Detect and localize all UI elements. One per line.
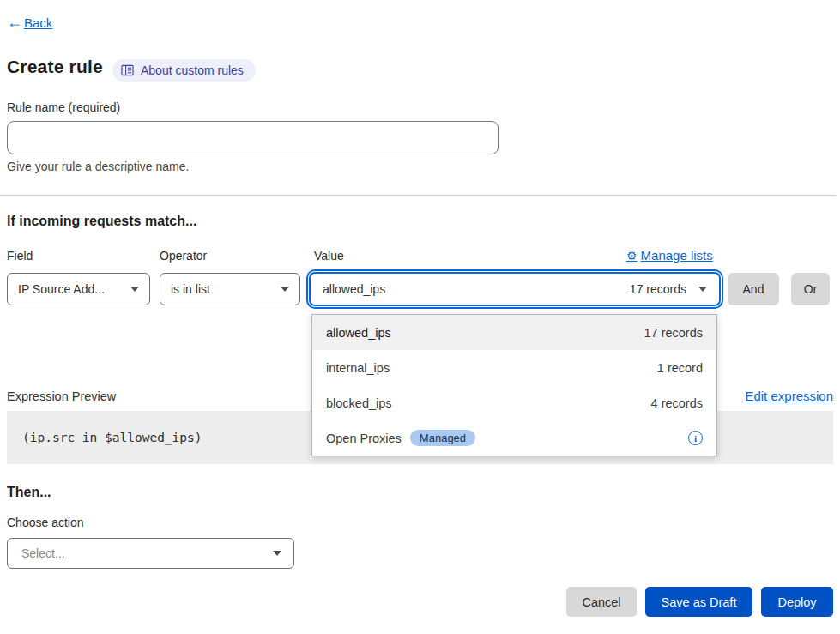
list-item-name: allowed_ips: [326, 326, 391, 340]
create-rule-page: ← Back Create rule About custom rules Ru…: [0, 0, 840, 634]
list-item-name: blocked_ips: [326, 396, 392, 410]
value-label: Value: [314, 249, 344, 263]
manage-lists-link[interactable]: ⚙ Manage lists: [626, 248, 713, 263]
page-title: Create rule: [7, 57, 103, 77]
value-select[interactable]: allowed_ips 17 records: [309, 272, 721, 306]
operator-select[interactable]: is in list: [160, 273, 300, 305]
list-item-name: Open Proxies Managed: [326, 430, 475, 446]
list-item-open-proxies[interactable]: Open Proxies Managed i: [312, 420, 716, 456]
gear-icon: ⚙: [626, 249, 638, 263]
field-label: Field: [7, 249, 33, 263]
chevron-down-icon: [281, 287, 289, 292]
operator-select-value: is in list: [171, 282, 210, 296]
rule-name-input[interactable]: [7, 121, 499, 154]
info-icon[interactable]: i: [688, 431, 703, 445]
cancel-button[interactable]: Cancel: [566, 587, 637, 617]
list-item-records: 17 records: [644, 326, 703, 340]
action-select-placeholder: Select...: [21, 546, 65, 560]
back-arrow-icon: ←: [7, 14, 22, 32]
and-button[interactable]: And: [728, 273, 779, 305]
chevron-down-icon: [273, 551, 281, 556]
deploy-button[interactable]: Deploy: [761, 587, 833, 617]
match-section-heading: If incoming requests match...: [7, 214, 196, 229]
choose-action-label: Choose action: [7, 516, 84, 529]
chevron-down-icon: [130, 287, 139, 292]
then-section-heading: Then...: [7, 485, 51, 500]
list-item-records: 1 record: [657, 361, 703, 375]
list-item-allowed-ips[interactable]: allowed_ips 17 records: [312, 315, 716, 350]
section-divider: [0, 195, 837, 196]
action-select[interactable]: Select...: [7, 538, 294, 569]
chevron-down-icon: [698, 287, 707, 292]
field-select[interactable]: IP Source Add...: [7, 273, 150, 305]
expression-code: (ip.src in $allowed_ips): [22, 431, 202, 444]
value-dropdown-menu: allowed_ips 17 records internal_ips 1 re…: [311, 314, 717, 456]
expression-preview-label: Expression Preview: [7, 389, 116, 403]
list-item-blocked-ips[interactable]: blocked_ips 4 records: [312, 385, 716, 420]
list-item-internal-ips[interactable]: internal_ips 1 record: [312, 350, 716, 385]
list-item-name: internal_ips: [326, 361, 390, 375]
list-item-records: 4 records: [651, 396, 703, 410]
edit-expression-link[interactable]: Edit expression: [745, 389, 833, 403]
value-select-records: 17 records: [630, 282, 686, 296]
manage-lists-label: Manage lists: [641, 248, 713, 263]
rule-name-label: Rule name (required): [7, 100, 120, 114]
value-select-value: allowed_ips: [323, 282, 385, 296]
managed-badge: Managed: [410, 430, 475, 446]
field-select-value: IP Source Add...: [18, 282, 105, 296]
rule-name-helper: Give your rule a descriptive name.: [7, 160, 189, 173]
or-button[interactable]: Or: [791, 273, 830, 305]
back-link[interactable]: ← Back: [7, 14, 52, 32]
list-item-name-text: Open Proxies: [326, 432, 402, 445]
about-badge-label: About custom rules: [141, 63, 244, 77]
book-icon: [121, 64, 134, 76]
operator-label: Operator: [160, 249, 207, 263]
about-custom-rules-link[interactable]: About custom rules: [112, 59, 256, 82]
save-as-draft-button[interactable]: Save as Draft: [645, 587, 752, 617]
back-link-label: Back: [24, 15, 52, 30]
